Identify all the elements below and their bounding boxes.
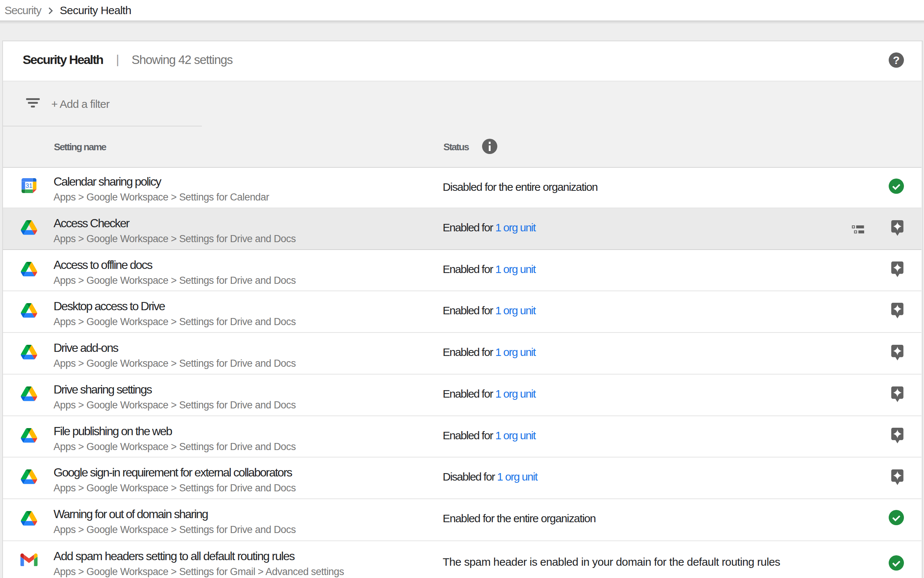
svg-text:31: 31 <box>26 182 33 189</box>
